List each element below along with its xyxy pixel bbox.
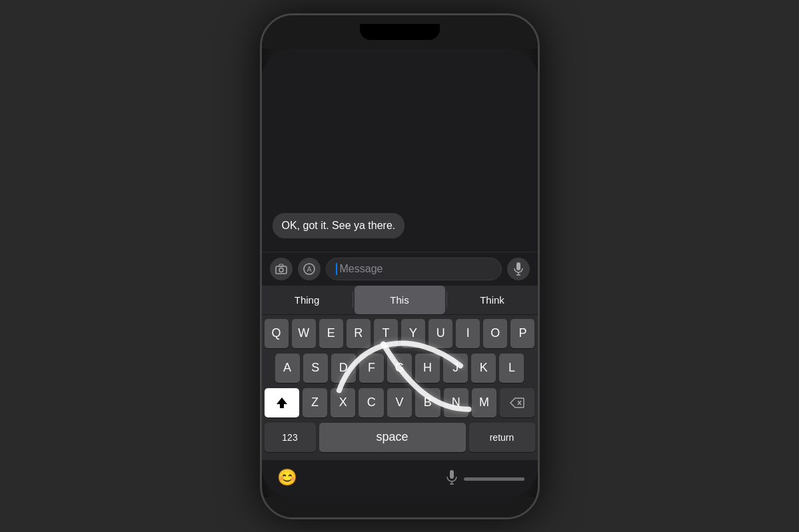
svg-rect-5: [516, 262, 520, 270]
key-p[interactable]: P: [510, 319, 534, 348]
return-key[interactable]: return: [469, 423, 535, 452]
key-row-2: A S D F G H J K L: [265, 354, 535, 383]
key-s[interactable]: S: [303, 354, 328, 383]
notch: [360, 24, 440, 40]
key-i[interactable]: I: [456, 319, 480, 348]
key-g[interactable]: G: [387, 354, 412, 383]
message-input[interactable]: Message: [326, 258, 502, 280]
phone-screen: OK, got it. See ya there. A Message: [262, 49, 538, 497]
key-e[interactable]: E: [319, 319, 343, 348]
autocomplete-think[interactable]: Think: [447, 286, 538, 314]
key-n[interactable]: N: [444, 388, 468, 417]
mic-input-button[interactable]: [507, 258, 530, 280]
key-k[interactable]: K: [471, 354, 496, 383]
message-text: OK, got it. See ya there.: [282, 220, 396, 231]
autocomplete-bar: Thing This Think: [262, 286, 538, 315]
autocomplete-this[interactable]: This: [355, 286, 445, 314]
phone-top: [262, 15, 538, 49]
keyboard: Q W E R T Y U I O P A S D F G: [262, 315, 538, 460]
message-area: OK, got it. See ya there.: [262, 49, 538, 252]
keyboard-container: Q W E R T Y U I O P A S D F G: [262, 315, 538, 460]
home-indicator: [464, 477, 524, 481]
key-u[interactable]: U: [428, 319, 452, 348]
key-f[interactable]: F: [359, 354, 384, 383]
text-cursor: [336, 263, 337, 275]
key-l[interactable]: L: [499, 354, 524, 383]
message-bubble: OK, got it. See ya there.: [273, 213, 405, 238]
key-o[interactable]: O: [483, 319, 507, 348]
emoji-icon: 😊: [277, 468, 297, 487]
emoji-button[interactable]: 😊: [275, 465, 299, 489]
camera-button[interactable]: [270, 258, 293, 280]
key-q[interactable]: Q: [265, 319, 289, 348]
phone-bottom: [262, 497, 538, 517]
key-x[interactable]: X: [331, 388, 355, 417]
key-v[interactable]: V: [387, 388, 412, 417]
autocomplete-think-label: Think: [480, 294, 504, 306]
key-y[interactable]: Y: [401, 319, 425, 348]
num-key[interactable]: 123: [265, 423, 316, 452]
svg-rect-0: [276, 266, 287, 274]
bottom-area: 😊: [262, 460, 538, 497]
autocomplete-divider-left: [353, 292, 353, 308]
key-z[interactable]: Z: [303, 388, 327, 417]
autocomplete-thing[interactable]: Thing: [262, 286, 353, 314]
key-m[interactable]: M: [472, 388, 496, 417]
svg-rect-2: [279, 264, 283, 266]
key-h[interactable]: H: [415, 354, 440, 383]
key-d[interactable]: D: [331, 354, 356, 383]
key-row-1: Q W E R T Y U I O P: [265, 319, 535, 348]
input-bar: A Message: [262, 252, 538, 286]
input-placeholder: Message: [340, 263, 383, 275]
key-w[interactable]: W: [292, 319, 316, 348]
key-row-4: 123 space return: [265, 423, 535, 452]
key-j[interactable]: J: [443, 354, 468, 383]
key-row-3: Z X C V B N M: [265, 388, 535, 417]
num-label: 123: [282, 432, 297, 443]
autocomplete-thing-label: Thing: [295, 294, 320, 306]
bottom-row: 😊: [275, 465, 464, 489]
space-label: space: [376, 430, 408, 444]
svg-text:A: A: [307, 266, 311, 273]
key-r[interactable]: R: [347, 319, 371, 348]
space-key[interactable]: space: [319, 423, 466, 452]
key-t[interactable]: T: [374, 319, 398, 348]
svg-point-1: [279, 268, 283, 272]
mic-bottom-button[interactable]: [440, 465, 464, 489]
key-b[interactable]: B: [415, 388, 440, 417]
svg-rect-10: [450, 470, 454, 479]
delete-key[interactable]: [500, 388, 534, 417]
appstore-button[interactable]: A: [298, 258, 321, 280]
autocomplete-this-label: This: [390, 294, 408, 306]
phone-frame: OK, got it. See ya there. A Message: [260, 13, 540, 519]
shift-key[interactable]: [265, 388, 299, 417]
key-a[interactable]: A: [275, 354, 300, 383]
key-c[interactable]: C: [359, 388, 383, 417]
return-label: return: [490, 432, 514, 443]
